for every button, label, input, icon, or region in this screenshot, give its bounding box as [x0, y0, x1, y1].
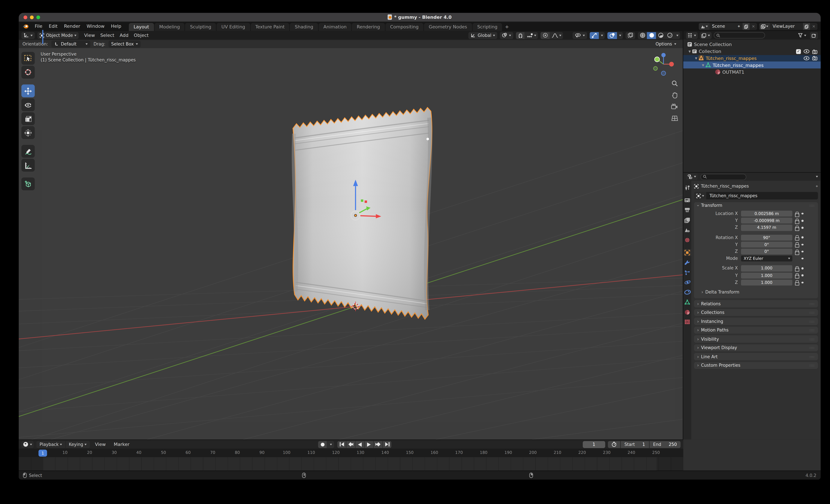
transform-value-field[interactable]: 0°	[741, 249, 792, 254]
tab-object[interactable]	[683, 249, 691, 256]
shading-options-dropdown[interactable]	[674, 32, 680, 39]
tab-render[interactable]	[683, 197, 691, 204]
bag-mesh-object[interactable]	[293, 107, 432, 319]
minimize-window-button[interactable]	[30, 15, 34, 19]
timeline-editor-type-button[interactable]	[22, 441, 34, 448]
transform-tool[interactable]	[22, 126, 35, 139]
play-button[interactable]	[365, 441, 373, 448]
jump-to-start-button[interactable]	[337, 441, 346, 448]
jump-to-end-button[interactable]	[383, 441, 391, 448]
workspace-tab[interactable]: Shading	[290, 23, 318, 31]
tab-material[interactable]	[683, 309, 691, 315]
tab-physics[interactable]	[683, 279, 691, 286]
light-object-dot[interactable]	[426, 138, 429, 140]
tab-tool[interactable]	[683, 184, 691, 191]
transform-value-field[interactable]: 1.000	[741, 279, 792, 285]
outliner-display-mode-dropdown[interactable]	[686, 32, 698, 39]
xray-toggle[interactable]	[626, 32, 635, 39]
timeline-marker-menu[interactable]: Marker	[111, 442, 132, 447]
playback-menu[interactable]: Playback	[36, 441, 65, 448]
expand-arrow[interactable]: ▼	[688, 50, 692, 53]
workspace-tab[interactable]: Layout	[129, 23, 154, 31]
delta-transform-subpanel[interactable]: › Delta Transform	[696, 289, 816, 295]
transform-value-field[interactable]: 1.000	[741, 273, 792, 278]
panel-drag-grip[interactable]: ∷∷	[809, 204, 815, 208]
snap-target-dropdown[interactable]	[524, 32, 538, 39]
rotation-mode-dropdown[interactable]: XYZ Euler	[741, 256, 792, 262]
object-id-icon[interactable]	[694, 192, 706, 199]
lock-icon[interactable]	[795, 219, 799, 223]
pin-scene-icon[interactable]: ⌖	[735, 23, 743, 30]
current-frame-field[interactable]: 1	[583, 441, 605, 448]
collapsed-panel[interactable]: › Relations ∷∷	[694, 300, 818, 307]
object-name-field[interactable]: Tütchen_rissc_mappes	[694, 192, 818, 199]
proportional-edit-toggle[interactable]	[541, 32, 550, 39]
menu-item[interactable]: File	[32, 22, 45, 31]
exclude-checkbox[interactable]: ✓	[796, 49, 801, 54]
tab-modifiers[interactable]	[683, 259, 691, 266]
pin-id-icon[interactable]: ⌖	[816, 184, 818, 189]
outliner-search-input[interactable]	[714, 32, 765, 38]
gizmo-options-dropdown[interactable]	[599, 32, 605, 39]
navigation-gizmo[interactable]	[653, 53, 674, 75]
workspace-tab[interactable]: UV Editing	[217, 23, 250, 31]
collapsed-panel[interactable]: › Visibility ∷∷	[694, 336, 818, 343]
outliner-row-object[interactable]: ▼ Tütchen_rissc_mappes	[683, 55, 821, 62]
lock-icon[interactable]	[795, 280, 799, 285]
tab-view-layer[interactable]	[683, 217, 691, 223]
tab-texture[interactable]	[683, 318, 691, 325]
add-workspace-button[interactable]: +	[502, 23, 512, 31]
cursor-tool[interactable]	[22, 66, 35, 78]
collapsed-panel[interactable]: › Line Art ∷∷	[694, 353, 818, 360]
collapsed-panel[interactable]: › Collections ∷∷	[694, 309, 818, 316]
tab-world[interactable]	[683, 237, 691, 243]
viewlayer-icon[interactable]	[759, 23, 770, 30]
animate-dot-icon[interactable]	[801, 213, 803, 215]
animate-dot-icon[interactable]	[801, 267, 803, 269]
workspace-tab[interactable]: Geometry Nodes	[424, 23, 472, 31]
workspace-tab[interactable]: Modeling	[154, 23, 185, 31]
zoom-window-button[interactable]	[36, 15, 40, 19]
shading-material-button[interactable]	[656, 32, 665, 39]
workspace-tab[interactable]: Sculpting	[185, 23, 216, 31]
select-box-tool[interactable]	[22, 52, 35, 65]
camera-view-icon[interactable]	[670, 103, 678, 111]
unlink-scene-button[interactable]: ✕	[749, 23, 757, 30]
transform-value-field[interactable]: 1.000	[741, 265, 792, 271]
show-overlays-toggle[interactable]	[607, 32, 617, 39]
expand-arrow[interactable]: ▼	[701, 64, 705, 67]
workspace-tab[interactable]: Compositing	[385, 23, 423, 31]
drag-dropdown[interactable]: Select Box	[108, 41, 141, 48]
panel-drag-grip[interactable]: ∷∷	[809, 328, 815, 332]
animate-dot-icon[interactable]	[801, 244, 803, 245]
proportional-falloff-dropdown[interactable]	[550, 32, 563, 39]
panel-drag-grip[interactable]: ∷∷	[809, 311, 815, 315]
toggle-perspective-icon[interactable]	[670, 115, 678, 122]
macos-traffic-lights[interactable]	[24, 15, 40, 19]
options-dropdown[interactable]: Options	[653, 41, 679, 48]
collapsed-panel[interactable]: › Custom Properties ∷∷	[694, 362, 818, 369]
timeline-tracks[interactable]	[19, 457, 683, 471]
workspace-tab[interactable]: Rendering	[352, 23, 385, 31]
properties-options-dropdown[interactable]	[816, 176, 818, 178]
viewlayer-name-field[interactable]: ViewLayer	[770, 23, 803, 30]
transform-value-field[interactable]: 90°	[741, 234, 792, 241]
panel-drag-grip[interactable]: ∷∷	[809, 346, 815, 350]
viewport-menu-item[interactable]: Object	[131, 33, 151, 38]
transform-value-field[interactable]: 4.1597 m	[741, 225, 792, 231]
outliner-row-mesh-data[interactable]: ▼ Tütchen_rissc_mappes	[683, 62, 821, 69]
show-object-types-dropdown[interactable]	[573, 32, 587, 39]
tab-object-data[interactable]	[683, 298, 691, 306]
hide-eye-icon[interactable]	[804, 49, 809, 54]
lock-icon[interactable]	[795, 235, 799, 240]
remove-viewlayer-button[interactable]: ✕	[810, 23, 818, 30]
overlays-options-dropdown[interactable]	[617, 32, 623, 39]
editor-type-button[interactable]	[22, 32, 35, 39]
animate-dot-icon[interactable]	[801, 227, 803, 229]
collapsed-panel[interactable]: › Instancing ∷∷	[694, 318, 818, 325]
keying-set-dropdown[interactable]	[327, 441, 334, 448]
outliner-filter-view-dropdown[interactable]	[700, 32, 712, 39]
shading-rendered-button[interactable]	[665, 32, 674, 39]
orientation-dropdown[interactable]: Default	[51, 41, 90, 48]
viewport-canvas[interactable]: User Perspective (1) Scene Collection | …	[19, 48, 683, 440]
